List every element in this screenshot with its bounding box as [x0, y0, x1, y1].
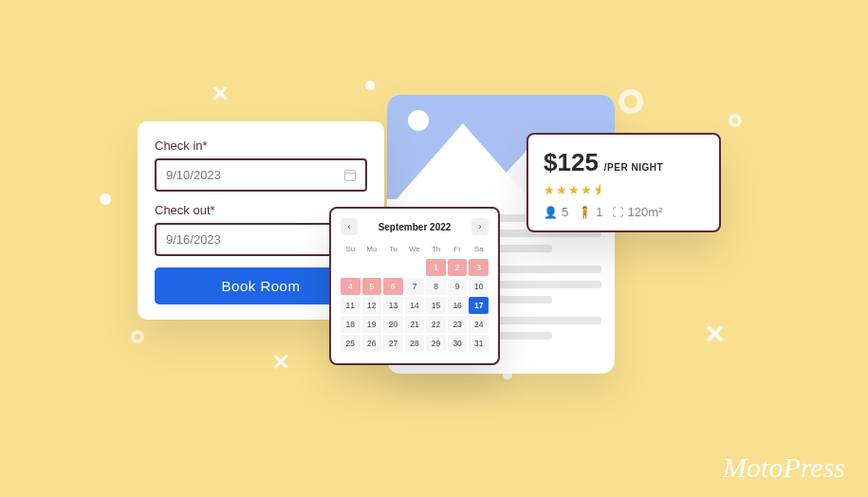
price-unit: /PER NIGHT — [604, 162, 663, 173]
calendar-day[interactable]: 5 — [362, 278, 382, 295]
decor-ring — [729, 114, 742, 127]
brand-logo: MotoPress — [723, 451, 845, 484]
checkin-input[interactable]: 9/10/2023 — [155, 158, 367, 192]
child-icon: 🧍 — [578, 206, 592, 219]
calendar-day[interactable]: 24 — [469, 316, 489, 333]
calendar-day[interactable]: 11 — [341, 297, 360, 314]
calendar-day[interactable]: 17 — [469, 297, 489, 314]
calendar-day[interactable]: 23 — [448, 316, 468, 333]
calendar-day[interactable]: 2 — [448, 259, 468, 276]
calendar-day[interactable]: 25 — [341, 335, 360, 352]
calendar-day[interactable]: 20 — [383, 316, 403, 333]
checkout-value: 9/16/2023 — [166, 232, 221, 247]
calendar-popover: ‹ September 2022 › SuMoTuWeThFrSa1234567… — [329, 207, 500, 365]
calendar-grid: SuMoTuWeThFrSa12345678910111213141516171… — [341, 243, 489, 352]
decor-plus — [704, 319, 726, 350]
calendar-next-button[interactable]: › — [471, 218, 489, 235]
calendar-day[interactable]: 1 — [426, 259, 446, 276]
decor-plus — [211, 81, 230, 107]
guests-meta: 👤 5 — [544, 205, 568, 219]
checkin-label: Check in* — [155, 138, 367, 153]
calendar-day-blank — [362, 259, 382, 276]
calendar-day[interactable]: 3 — [469, 259, 489, 276]
calendar-icon — [344, 170, 356, 181]
calendar-dow: Mo — [362, 243, 382, 257]
calendar-dow: Th — [426, 243, 446, 257]
calendar-title: September 2022 — [379, 222, 452, 232]
decor-plus — [271, 349, 290, 376]
calendar-day[interactable]: 10 — [469, 278, 489, 295]
calendar-day[interactable]: 9 — [448, 278, 468, 295]
calendar-day[interactable]: 30 — [448, 335, 468, 352]
calendar-dow: Su — [341, 243, 360, 257]
calendar-day[interactable]: 27 — [383, 335, 403, 352]
checkin-value: 9/10/2023 — [166, 168, 221, 182]
calendar-dow: Sa — [469, 243, 489, 257]
decor-ring — [619, 89, 643, 114]
calendar-day[interactable]: 7 — [405, 278, 425, 295]
calendar-day[interactable]: 8 — [426, 278, 446, 295]
calendar-day[interactable]: 6 — [383, 278, 403, 295]
calendar-day[interactable]: 15 — [426, 297, 446, 314]
calendar-day[interactable]: 31 — [469, 335, 489, 352]
decor-ring — [131, 330, 144, 343]
area-icon: ⛶ — [612, 206, 623, 219]
calendar-dow: We — [405, 243, 425, 257]
calendar-prev-button[interactable]: ‹ — [341, 218, 358, 235]
calendar-day[interactable]: 29 — [426, 335, 446, 352]
calendar-day[interactable]: 13 — [383, 297, 403, 314]
calendar-day[interactable]: 21 — [405, 316, 425, 333]
calendar-day[interactable]: 22 — [426, 316, 446, 333]
decor-dot — [365, 81, 375, 90]
area-meta: ⛶ 120m² — [612, 205, 662, 219]
calendar-day[interactable]: 18 — [341, 316, 360, 333]
calendar-day[interactable]: 4 — [341, 278, 360, 295]
beds-value: 1 — [596, 205, 602, 219]
beds-meta: 🧍 1 — [578, 205, 602, 219]
calendar-day[interactable]: 28 — [405, 335, 425, 352]
calendar-dow: Fr — [448, 243, 468, 257]
calendar-day[interactable]: 14 — [405, 297, 425, 314]
calendar-day[interactable]: 19 — [362, 316, 382, 333]
calendar-day[interactable]: 12 — [362, 297, 382, 314]
decor-dot — [100, 193, 111, 205]
calendar-dow: Tu — [383, 243, 403, 257]
person-icon: 👤 — [544, 206, 558, 219]
calendar-day[interactable]: 16 — [448, 297, 468, 314]
calendar-day[interactable]: 26 — [362, 335, 382, 352]
calendar-day-blank — [405, 259, 425, 276]
area-value: 120m² — [627, 205, 662, 219]
price-card: $125 /PER NIGHT ★★★★⯨ 👤 5 🧍 1 ⛶ 120m² — [526, 133, 721, 232]
calendar-day-blank — [383, 259, 403, 276]
price-amount: $125 — [544, 148, 599, 177]
rating-stars: ★★★★⯨ — [544, 183, 704, 197]
guests-value: 5 — [562, 205, 568, 219]
calendar-day-blank — [341, 259, 360, 276]
